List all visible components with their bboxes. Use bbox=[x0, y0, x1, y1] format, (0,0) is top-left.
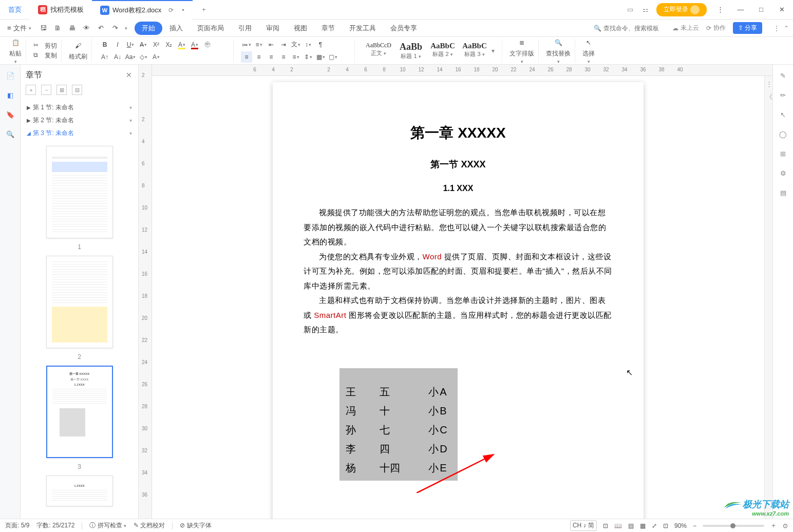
copy-button[interactable]: ⧉复制 bbox=[33, 51, 57, 60]
chapter-insert-icon[interactable]: ⊞ bbox=[56, 85, 67, 95]
thumbnail-4[interactable]: 1.2XXX bbox=[46, 476, 113, 506]
tab-document[interactable]: W Word教程2.docx ⟳ • bbox=[92, 0, 193, 20]
coop-button[interactable]: ⟳ 协作 bbox=[706, 24, 726, 32]
line-height-button[interactable]: ⇕▾ bbox=[303, 51, 314, 63]
search-pane-icon[interactable]: 🔍 bbox=[5, 128, 16, 140]
library-pane-icon[interactable]: ⊞ bbox=[778, 148, 789, 159]
paste-button[interactable]: 📋粘贴▾ bbox=[9, 37, 22, 64]
chapter-remove-icon[interactable]: － bbox=[41, 85, 51, 95]
align-left-button[interactable]: ≡ bbox=[241, 51, 252, 63]
style-标题 3[interactable]: AaBbC标题 3 ▾ bbox=[459, 40, 490, 62]
select-pane-icon[interactable]: ↖ bbox=[778, 109, 789, 120]
chapter-delete-icon[interactable]: ⊟ bbox=[72, 85, 82, 95]
print-icon[interactable]: 🖶 bbox=[67, 23, 78, 33]
bullets-button[interactable]: ≔▾ bbox=[241, 39, 252, 50]
status-spellcheck[interactable]: ⓘ 拼写检查 ▾ bbox=[89, 521, 126, 530]
font-color-button[interactable]: A▾ bbox=[189, 39, 200, 50]
show-marks-button[interactable]: ¶ bbox=[315, 39, 326, 50]
view-focus-icon[interactable]: ⤢ bbox=[652, 522, 657, 529]
zoom-value[interactable]: 90% bbox=[674, 522, 687, 529]
text-layout-button[interactable]: ≣文字排版▾ bbox=[509, 37, 534, 64]
tab-template-store[interactable]: 稻 找稻壳模板 bbox=[30, 0, 92, 20]
borders-button[interactable]: ▢▾ bbox=[327, 51, 338, 63]
bookmark-pane-icon[interactable]: 🔖 bbox=[5, 109, 16, 120]
status-missing-font[interactable]: ⊘ 缺失字体 bbox=[180, 521, 211, 530]
status-page[interactable]: 页面: 5/9 bbox=[5, 521, 29, 530]
document-canvas[interactable]: 第一章 XXXXX 第一节 XXXX 1.1 XXX 视频提供了功能强大的方法帮… bbox=[152, 76, 764, 519]
undo-icon[interactable]: ↶ bbox=[96, 23, 106, 33]
qat-dropdown-icon[interactable]: ▾ bbox=[125, 26, 127, 31]
shapes-pane-icon[interactable]: ◯ bbox=[778, 128, 789, 140]
menu-more-icon[interactable]: ⋮ bbox=[773, 25, 780, 32]
cut-button[interactable]: ✂剪切 bbox=[33, 42, 57, 50]
zoom-slider[interactable] bbox=[703, 525, 764, 527]
apps-grid-icon[interactable]: ⚏ bbox=[641, 5, 650, 14]
window-close-icon[interactable]: ✕ bbox=[775, 3, 789, 17]
edit-pane-icon[interactable]: ✏ bbox=[778, 89, 789, 101]
save-as-icon[interactable]: 🗎 bbox=[53, 23, 63, 33]
chapter-add-icon[interactable]: ＋ bbox=[26, 85, 36, 95]
view-outline-icon[interactable]: ▦ bbox=[640, 522, 646, 529]
menu-tab-1[interactable]: 插入 bbox=[162, 20, 190, 37]
style-正文[interactable]: AaBbCcD正文 ▾ bbox=[362, 40, 395, 62]
align-distribute-button[interactable]: ≡▾ bbox=[290, 51, 301, 63]
window-layout-icon[interactable]: ▭ bbox=[626, 5, 635, 14]
fit-page-icon[interactable]: ⊡ bbox=[663, 522, 668, 529]
status-words[interactable]: 字数: 25/2172 bbox=[36, 521, 74, 530]
panel-close-icon[interactable]: ✕ bbox=[126, 71, 132, 79]
menu-tab-2[interactable]: 页面布局 bbox=[190, 20, 231, 37]
strike-button[interactable]: A̶▾ bbox=[138, 39, 149, 50]
format-brush-button[interactable]: 🖌格式刷 bbox=[69, 40, 87, 61]
tab-home[interactable]: 首页 bbox=[0, 0, 30, 20]
redo-icon[interactable]: ↷ bbox=[110, 23, 121, 33]
zoom-fit-icon[interactable]: ⊙ bbox=[783, 522, 788, 529]
select-button[interactable]: ↖选择▾ bbox=[582, 37, 595, 64]
login-button[interactable]: 立即登录 bbox=[656, 3, 707, 16]
sync-icon[interactable]: ⟳ bbox=[168, 7, 174, 14]
vertical-ruler[interactable]: 224681012141618202224262830323436 bbox=[139, 65, 152, 519]
thumbnail-1[interactable] bbox=[46, 146, 113, 238]
ribbon-collapse-icon[interactable]: ⌃ bbox=[784, 25, 789, 32]
status-proofread[interactable]: ✎ 文档校对 bbox=[134, 521, 165, 530]
style-标题 2[interactable]: AaBbC标题 2 ▾ bbox=[427, 40, 459, 62]
italic-button[interactable]: I bbox=[112, 39, 123, 50]
ime-indicator[interactable]: CH ♪ 简 bbox=[570, 520, 597, 531]
menu-tab-6[interactable]: 章节 bbox=[314, 20, 342, 37]
command-search[interactable]: 🔍 bbox=[594, 25, 665, 32]
text-direction-button[interactable]: 文▾ bbox=[290, 39, 301, 50]
print-preview-icon[interactable]: 👁 bbox=[82, 23, 92, 33]
shading-button[interactable]: ▦▾ bbox=[315, 51, 326, 63]
view-web-icon[interactable]: ▤ bbox=[628, 522, 634, 529]
tray-handle-icon[interactable]: ⋮ bbox=[766, 80, 772, 86]
decrease-indent-button[interactable]: ⇤ bbox=[266, 39, 277, 50]
section-item-3[interactable]: ◢第 3 节: 未命名▾ bbox=[26, 127, 133, 140]
slides-pane-icon[interactable]: ▤ bbox=[778, 187, 789, 198]
menu-tab-4[interactable]: 审阅 bbox=[259, 20, 287, 37]
menu-tab-0[interactable]: 开始 bbox=[135, 22, 162, 35]
search-input[interactable] bbox=[603, 25, 665, 32]
menu-tab-8[interactable]: 会员专享 bbox=[383, 20, 424, 37]
file-menu[interactable]: ≡ 文件 ▾ bbox=[4, 24, 34, 33]
align-center-button[interactable]: ≡ bbox=[253, 51, 265, 63]
menu-tab-7[interactable]: 开发工具 bbox=[342, 20, 383, 37]
outline-pane-icon[interactable]: 📄 bbox=[5, 70, 16, 81]
share-button[interactable]: ⇪ 分享 bbox=[733, 22, 762, 34]
shrink-font-button[interactable]: A↓ bbox=[112, 51, 123, 63]
menu-tab-5[interactable]: 视图 bbox=[287, 20, 314, 37]
phonetic-button[interactable]: ㊥ bbox=[202, 39, 213, 50]
window-options-icon[interactable]: ⋮ bbox=[713, 3, 727, 17]
style-pane-icon[interactable]: ✎ bbox=[778, 70, 789, 81]
align-right-button[interactable]: ≡ bbox=[266, 51, 277, 63]
change-case-button[interactable]: Aa▾ bbox=[125, 51, 136, 63]
tab-close-icon[interactable]: • bbox=[182, 6, 184, 14]
bold-button[interactable]: B bbox=[99, 39, 110, 50]
zoom-out-icon[interactable]: − bbox=[693, 522, 696, 529]
style-标题 1[interactable]: AaBb标题 1 ▾ bbox=[395, 40, 427, 62]
line-spacing-button[interactable]: ↕▾ bbox=[303, 39, 314, 50]
tray-expand-icon[interactable]: 《 bbox=[766, 92, 772, 99]
view-read-icon[interactable]: ⊡ bbox=[603, 522, 608, 529]
underline-button[interactable]: U▾ bbox=[125, 39, 136, 50]
horizontal-ruler[interactable]: 642246810121416182022242628303234363840 bbox=[152, 65, 772, 76]
grow-font-button[interactable]: A↑ bbox=[99, 51, 110, 63]
thumbnail-2[interactable] bbox=[46, 256, 113, 348]
